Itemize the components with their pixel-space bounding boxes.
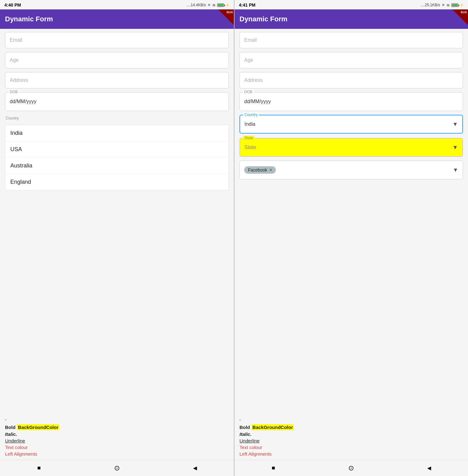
left-dob-field[interactable]: DOB dd/MM/yyyy — [5, 92, 229, 111]
right-network-speed: ....25.1KB/s — [421, 3, 440, 7]
right-battery — [451, 3, 458, 7]
left-home-button[interactable]: ⊙ — [113, 464, 121, 473]
left-email-field[interactable]: Email — [5, 32, 229, 48]
right-address-field[interactable]: Address — [239, 72, 463, 88]
right-country-value: India — [245, 121, 452, 127]
right-country-dropdown[interactable]: Country India ▼ — [239, 115, 463, 134]
left-x-icon: ✕ — [208, 3, 211, 7]
left-dob-value: dd/MM/yyyy — [10, 99, 36, 104]
left-app-bar: Dynamic Form BUG — [0, 9, 234, 29]
right-dob-field[interactable]: DOB dd/MM/yyyy — [239, 92, 463, 111]
right-status-bar: 4:41 PM ....25.1KB/s ✕ ≋ ⚡ — [234, 0, 468, 9]
left-time: 4:40 PM — [4, 3, 21, 8]
left-form-area: Email Age Address DOB dd/MM/yyyy Country… — [0, 29, 234, 415]
right-facebook-chip[interactable]: Facebook ✕ — [244, 166, 276, 174]
left-country-partial-label: Country — [5, 115, 229, 121]
left-debug-badge: BUG — [218, 9, 234, 25]
right-text-colour: Text colour — [239, 445, 463, 450]
left-status-right: ....14.4KB/s ✕ ≋ ⚡ — [187, 3, 229, 8]
left-italic: Italic. — [5, 431, 229, 437]
left-dob-label: DOB — [8, 90, 19, 94]
right-app-bar: Dynamic Form BUG — [234, 9, 468, 29]
right-state-dropdown[interactable]: State State ▼ — [239, 138, 463, 157]
right-facebook-chip-label: Facebook — [248, 167, 267, 172]
right-home-button[interactable]: ⊙ — [347, 464, 355, 473]
right-quote: “ — [239, 418, 463, 423]
left-stop-button[interactable]: ■ — [34, 464, 43, 473]
right-italic: Italic. — [239, 431, 463, 437]
right-phone-panel: 4:41 PM ....25.1KB/s ✕ ≋ ⚡ Dynamic Form … — [234, 0, 468, 476]
left-phone-panel: 4:40 PM ....14.4KB/s ✕ ≋ ⚡ Dynamic Form … — [0, 0, 234, 476]
right-country-arrow: ▼ — [452, 121, 458, 128]
right-dob-value: dd/MM/yyyy — [244, 99, 271, 104]
right-form-area: Email Age Address DOB dd/MM/yyyy Country… — [234, 29, 468, 415]
right-charging-icon: ⚡ — [460, 3, 464, 7]
left-formatted-section: “ Bold BackGroundColor Italic. Underline… — [0, 415, 234, 460]
left-bold-row: Bold BackGroundColor — [5, 424, 229, 430]
left-network-speed: ....14.4KB/s — [187, 3, 206, 7]
left-quote: “ — [5, 418, 229, 423]
right-highlight: BackGroundColor — [252, 424, 293, 430]
right-wifi-icon: ≋ — [446, 3, 450, 8]
left-battery — [217, 3, 224, 7]
right-time: 4:41 PM — [239, 3, 255, 8]
list-item-usa[interactable]: USA — [5, 141, 229, 158]
right-dob-label: DOB — [243, 90, 254, 94]
left-bottom-nav: ■ ⊙ ◀ — [0, 460, 234, 476]
right-state-placeholder: State — [245, 145, 452, 150]
right-underline: Underline — [239, 438, 463, 443]
left-app-title: Dynamic Form — [5, 15, 53, 23]
right-email-field[interactable]: Email — [239, 32, 463, 48]
right-back-button[interactable]: ◀ — [425, 464, 434, 473]
right-bottom-nav: ■ ⊙ ◀ — [234, 460, 468, 476]
right-social-field[interactable]: Facebook ✕ ▼ — [239, 161, 463, 179]
right-status-right: ....25.1KB/s ✕ ≋ ⚡ — [421, 3, 464, 8]
left-country-list: India USA Australia England — [5, 125, 229, 190]
right-country-label: Country — [243, 113, 259, 117]
right-app-title: Dynamic Form — [239, 15, 287, 23]
left-underline: Underline — [5, 438, 229, 443]
left-left-alignments: Left Alignments — [5, 451, 229, 457]
right-x-icon: ✕ — [442, 3, 445, 7]
left-wifi-icon: ≋ — [212, 3, 216, 8]
right-bold-row: Bold BackGroundColor — [239, 424, 463, 430]
right-left-alignments: Left Alignments — [239, 451, 463, 457]
right-debug-badge: BUG — [452, 9, 468, 25]
right-state-arrow: ▼ — [452, 144, 458, 151]
right-social-arrow: ▼ — [453, 167, 458, 173]
list-item-india[interactable]: India — [5, 125, 229, 141]
right-stop-button[interactable]: ■ — [269, 464, 278, 473]
right-state-label: State — [243, 136, 255, 140]
left-charging-icon: ⚡ — [226, 3, 229, 7]
left-highlight: BackGroundColor — [17, 424, 59, 430]
left-address-field[interactable]: Address — [5, 72, 229, 88]
list-item-australia[interactable]: Australia — [5, 158, 229, 174]
left-back-button[interactable]: ◀ — [191, 464, 199, 473]
left-age-field[interactable]: Age — [5, 52, 229, 68]
right-age-field[interactable]: Age — [239, 52, 463, 68]
right-facebook-chip-close[interactable]: ✕ — [269, 167, 273, 172]
right-formatted-section: “ Bold BackGroundColor Italic. Underline… — [234, 415, 468, 460]
list-item-england[interactable]: England — [5, 174, 229, 190]
left-text-colour: Text colour — [5, 445, 229, 450]
left-status-bar: 4:40 PM ....14.4KB/s ✕ ≋ ⚡ — [0, 0, 234, 9]
